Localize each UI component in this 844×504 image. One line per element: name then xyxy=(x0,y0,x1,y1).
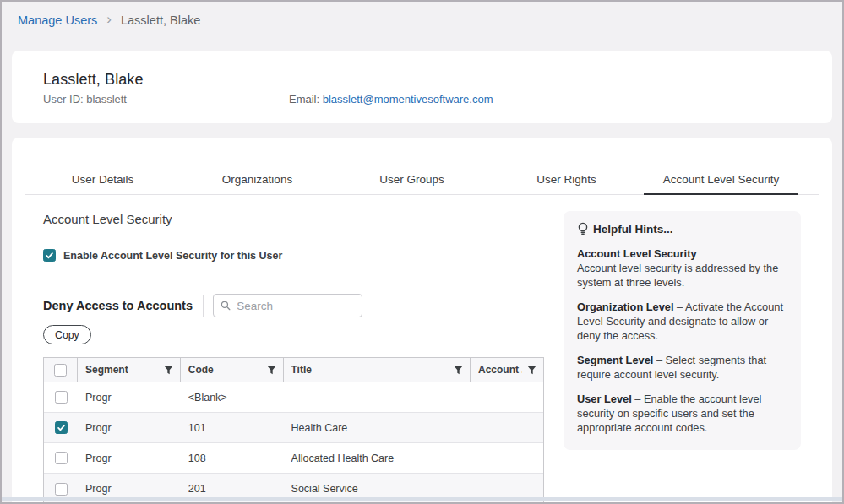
row-checkbox-cell xyxy=(44,391,78,404)
search-input[interactable] xyxy=(237,300,355,312)
tab-account-level-security[interactable]: Account Level Security xyxy=(644,165,798,194)
enable-als-checkbox[interactable] xyxy=(43,249,56,262)
cell-code: <Blank> xyxy=(181,392,284,404)
account-level-security-panel: Account Level Security Enable Account Le… xyxy=(43,212,544,226)
tab-organizations[interactable]: Organizations xyxy=(180,165,335,194)
tab-label: User Rights xyxy=(536,173,596,186)
lightbulb-icon xyxy=(577,222,589,236)
filter-icon[interactable] xyxy=(454,366,463,375)
helpful-hints-panel: Helpful Hints... Account Level SecurityA… xyxy=(564,211,801,450)
cell-title: Health Care xyxy=(284,422,471,434)
row-checkbox[interactable] xyxy=(55,421,68,434)
hints-title: Helpful Hints... xyxy=(593,223,673,236)
row-checkbox-cell xyxy=(44,483,78,496)
tab-bar: User DetailsOrganizationsUser GroupsUser… xyxy=(25,165,819,195)
accounts-table: SegmentCodeTitleAccount ...Progr<Blank>P… xyxy=(43,357,544,504)
tab-label: Organizations xyxy=(222,173,292,186)
cell-segment: Progr xyxy=(78,392,181,404)
user-email: Email: blasslett@momentivesoftware.com xyxy=(289,93,493,106)
main-card: User DetailsOrganizationsUser GroupsUser… xyxy=(12,138,832,504)
cell-code: 201 xyxy=(181,483,284,495)
breadcrumb-link-manage-users[interactable]: Manage Users xyxy=(18,14,97,27)
tab-user-details[interactable]: User Details xyxy=(25,165,180,194)
filter-icon[interactable] xyxy=(267,366,276,375)
checkmark-icon xyxy=(57,423,66,432)
checkmark-icon xyxy=(45,251,54,260)
column-label: Account ... xyxy=(478,364,522,376)
column-label: Segment xyxy=(85,364,128,376)
row-checkbox[interactable] xyxy=(55,452,68,464)
hint-heading: Account Level Security xyxy=(577,247,787,261)
breadcrumb-current: Lasslett, Blake xyxy=(121,14,200,27)
search-icon xyxy=(221,300,231,312)
deny-access-header: Deny Access to Accounts xyxy=(43,293,362,318)
enable-als-label: Enable Account Level Security for this U… xyxy=(63,250,282,262)
cell-code: 108 xyxy=(181,453,284,464)
copy-button[interactable]: Copy xyxy=(43,325,91,344)
cell-title: Social Service xyxy=(284,483,471,495)
hint-section-segment-level: Segment Level – Select segments that req… xyxy=(577,353,787,382)
email-label: Email: xyxy=(289,93,319,106)
hint-text: Account level security is addressed by t… xyxy=(577,262,778,289)
tab-label: User Groups xyxy=(379,173,444,186)
enable-als-row[interactable]: Enable Account Level Security for this U… xyxy=(43,249,282,262)
column-label: Code xyxy=(188,364,214,376)
breadcrumb: Manage Users › Lasslett, Blake xyxy=(18,12,200,28)
table-header-row: SegmentCodeTitleAccount ... xyxy=(44,358,543,382)
column-header-code[interactable]: Code xyxy=(181,358,284,382)
filter-icon[interactable] xyxy=(164,366,173,375)
hint-heading: User Level xyxy=(577,393,632,405)
tab-label: User Details xyxy=(72,173,134,186)
table-row[interactable]: Progr101Health Care xyxy=(44,413,543,443)
hints-title-row: Helpful Hints... xyxy=(577,222,787,236)
column-header-title[interactable]: Title xyxy=(284,358,471,382)
row-checkbox[interactable] xyxy=(55,483,68,496)
chevron-right-icon: › xyxy=(106,12,112,28)
cell-segment: Progr xyxy=(78,453,181,464)
tab-user-rights[interactable]: User Rights xyxy=(489,165,644,194)
user-id-text: User ID: blasslett xyxy=(43,93,127,106)
hint-section-organization-level: Organization Level – Activate the Accoun… xyxy=(577,300,787,343)
hint-section-user-level: User Level – Enable the account level se… xyxy=(577,392,787,435)
section-title: Account Level Security xyxy=(43,212,544,226)
tab-label: Account Level Security xyxy=(663,173,779,186)
deny-access-title: Deny Access to Accounts xyxy=(43,299,193,312)
hint-heading: Segment Level xyxy=(577,354,653,366)
tab-user-groups[interactable]: User Groups xyxy=(335,165,489,194)
column-label: Title xyxy=(291,364,312,376)
row-checkbox[interactable] xyxy=(55,391,68,404)
hint-heading: Organization Level xyxy=(577,301,674,313)
select-all-cell xyxy=(44,358,78,382)
cell-segment: Progr xyxy=(78,422,181,434)
filter-icon[interactable] xyxy=(527,366,536,375)
row-checkbox-cell xyxy=(44,452,78,464)
table-row[interactable]: Progr108Allocated Health Care xyxy=(44,443,543,474)
email-link[interactable]: blasslett@momentivesoftware.com xyxy=(323,93,493,106)
vertical-divider xyxy=(203,295,204,317)
user-summary-card: Lasslett, Blake User ID: blasslett Email… xyxy=(12,51,832,123)
column-header-account[interactable]: Account ... xyxy=(471,358,543,382)
table-row[interactable]: Progr<Blank> xyxy=(44,382,543,413)
cell-title: Allocated Health Care xyxy=(284,453,471,464)
user-name-heading: Lasslett, Blake xyxy=(43,71,144,89)
row-checkbox-cell xyxy=(44,421,78,434)
horizontal-scrollbar[interactable] xyxy=(2,497,842,501)
cell-code: 101 xyxy=(181,422,284,434)
column-header-segment[interactable]: Segment xyxy=(78,358,181,382)
search-box[interactable] xyxy=(213,294,362,317)
hint-section-account-level-security: Account Level SecurityAccount level secu… xyxy=(577,247,787,290)
cell-segment: Progr xyxy=(78,483,181,495)
select-all-checkbox[interactable] xyxy=(54,364,67,377)
